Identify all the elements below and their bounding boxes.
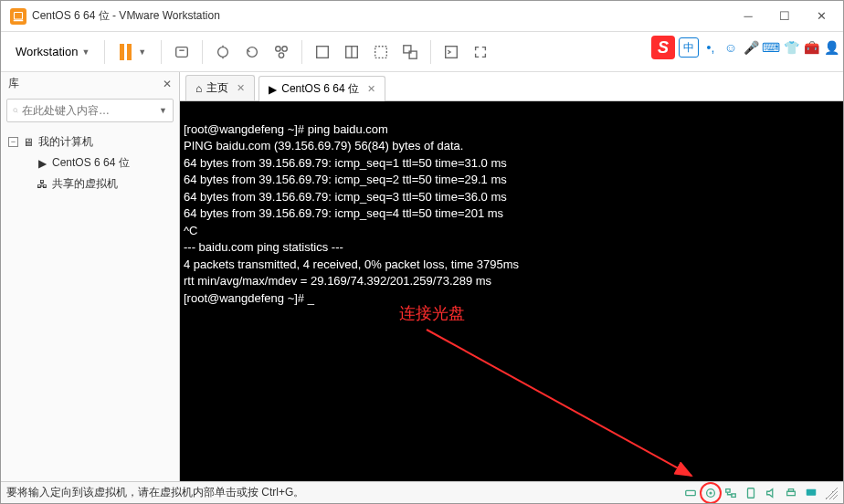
window-title: CentOS 6 64 位 - VMware Workstation: [32, 8, 220, 24]
tab-label: 主页: [206, 80, 228, 96]
ime-emoji-icon[interactable]: ☺: [723, 39, 739, 56]
library-sidebar: 库 ✕ ▼ − 🖥 我的计算机 ▶ CentOS 6 64 位 🖧 共享的虚拟机: [1, 72, 180, 481]
svg-point-4: [218, 47, 228, 57]
snapshot-manage-button[interactable]: [269, 39, 294, 65]
sound-icon[interactable]: [762, 484, 780, 502]
pause-icon: [120, 44, 124, 60]
svg-rect-23: [726, 488, 730, 492]
svg-point-21: [707, 488, 715, 497]
printer-icon[interactable]: [782, 484, 800, 502]
annotation-arrow: [417, 320, 710, 481]
ime-skin-icon[interactable]: 👕: [783, 39, 799, 56]
svg-rect-1: [14, 19, 24, 21]
svg-point-8: [280, 52, 284, 57]
tab-label: CentOS 6 64 位: [281, 81, 359, 97]
minimize-button[interactable]: ─: [730, 4, 766, 29]
sogou-ime-icon[interactable]: S: [651, 36, 675, 59]
resize-grip[interactable]: [825, 487, 838, 499]
ime-keyboard-icon[interactable]: ⌨: [763, 39, 779, 56]
console-button[interactable]: [438, 39, 464, 65]
terminal-line: 4 packets transmitted, 4 received, 0% pa…: [184, 257, 519, 271]
tab-close-icon[interactable]: ✕: [367, 83, 375, 95]
tab-home[interactable]: ⌂ 主页 ✕: [185, 75, 255, 100]
collapse-icon[interactable]: −: [8, 137, 18, 147]
computer-icon: 🖥: [22, 136, 35, 149]
shared-icon: 🖧: [36, 178, 48, 191]
ime-lang-button[interactable]: 中: [679, 37, 699, 58]
view-single-button[interactable]: [310, 39, 335, 65]
cd-drive-icon[interactable]: [702, 484, 720, 502]
chevron-down-icon: ▼: [81, 47, 90, 57]
svg-point-5: [248, 47, 258, 57]
tree-vm-centos[interactable]: ▶ CentOS 6 64 位: [5, 152, 175, 173]
tree-label: 共享的虚拟机: [52, 176, 118, 192]
status-bar: 要将输入定向到该虚拟机，请在虚拟机内部单击或按 Ctrl+G。: [1, 481, 843, 503]
svg-rect-12: [375, 46, 387, 58]
search-icon: [13, 104, 18, 117]
annotation-label: 连接光盘: [399, 302, 465, 324]
home-icon: ⌂: [195, 82, 202, 95]
svg-rect-25: [748, 488, 754, 498]
status-hint: 要将输入定向到该虚拟机，请在虚拟机内部单击或按 Ctrl+G。: [6, 485, 304, 500]
send-cad-button[interactable]: [169, 39, 195, 65]
sidebar-title: 库: [8, 76, 19, 91]
svg-rect-2: [176, 47, 188, 57]
ime-tool-icon[interactable]: 🧰: [803, 39, 819, 56]
tree-label: 我的计算机: [38, 134, 93, 150]
svg-line-17: [16, 111, 17, 112]
terminal-line: 64 bytes from 39.156.69.79: icmp_seq=4 t…: [184, 206, 503, 220]
tab-close-icon[interactable]: ✕: [237, 82, 245, 94]
chevron-down-icon: ▼: [138, 47, 146, 57]
view-split-button[interactable]: [339, 39, 364, 65]
network-icon[interactable]: [722, 484, 740, 502]
pause-icon: [127, 44, 132, 60]
hdd-icon[interactable]: [681, 484, 700, 502]
svg-point-7: [282, 46, 287, 50]
view-unity-button[interactable]: [397, 39, 423, 65]
fullscreen-button[interactable]: [468, 39, 493, 65]
svg-point-22: [710, 492, 712, 494]
terminal-line: rtt min/avg/max/mdev = 29.169/74.392/201…: [184, 274, 491, 288]
svg-rect-28: [807, 488, 817, 495]
snapshot-button[interactable]: [210, 39, 236, 65]
suspend-button[interactable]: ▼: [112, 44, 153, 60]
toolbar: Workstation ▼ ▼ S 中 •, ☺ 🎤 ⌨ 👕 🧰 👤: [1, 32, 843, 72]
ime-punct-icon[interactable]: •,: [702, 39, 719, 56]
ime-voice-icon[interactable]: 🎤: [743, 39, 759, 56]
workstation-menu-label: Workstation: [16, 45, 78, 58]
workstation-menu[interactable]: Workstation ▼: [8, 41, 97, 62]
tree-shared-vms[interactable]: 🖧 共享的虚拟机: [5, 173, 175, 194]
close-button[interactable]: ✕: [803, 4, 839, 29]
terminal-line: [root@wangdefeng ~]# _: [184, 291, 314, 305]
terminal-line: ^C: [184, 224, 198, 237]
vm-console[interactable]: [root@wangdefeng ~]# ping baidu.com PING…: [180, 101, 843, 481]
sidebar-search[interactable]: ▼: [6, 99, 174, 122]
terminal-line: 64 bytes from 39.156.69.79: icmp_seq=2 t…: [184, 173, 507, 186]
terminal-line: PING baidu.com (39.156.69.79) 56(84) byt…: [184, 139, 463, 152]
tab-vm-centos[interactable]: ▶ CentOS 6 64 位 ✕: [258, 76, 385, 101]
chevron-down-icon: ▼: [159, 106, 167, 115]
maximize-button[interactable]: ☐: [766, 4, 803, 29]
sidebar-close-icon[interactable]: ✕: [163, 78, 172, 90]
terminal-line: [root@wangdefeng ~]# ping baidu.com: [184, 122, 388, 136]
vmware-app-icon: [10, 8, 26, 25]
svg-point-6: [276, 46, 280, 50]
titlebar: CentOS 6 64 位 - VMware Workstation ─ ☐ ✕: [1, 1, 843, 32]
svg-line-19: [427, 330, 691, 476]
vm-icon: ▶: [269, 83, 277, 96]
display-icon[interactable]: [802, 484, 820, 502]
svg-rect-27: [788, 488, 793, 491]
terminal-line: 64 bytes from 39.156.69.79: icmp_seq=3 t…: [184, 190, 507, 204]
usb-icon[interactable]: [742, 484, 760, 502]
terminal-line: 64 bytes from 39.156.69.79: icmp_seq=1 t…: [184, 156, 507, 170]
tree-root-my-computer[interactable]: − 🖥 我的计算机: [5, 131, 175, 152]
ime-user-icon[interactable]: 👤: [823, 39, 839, 56]
svg-rect-0: [15, 12, 23, 19]
svg-point-16: [14, 109, 17, 112]
tab-bar: ⌂ 主页 ✕ ▶ CentOS 6 64 位 ✕: [180, 72, 843, 101]
snapshot-revert-button[interactable]: [239, 39, 265, 65]
svg-rect-9: [317, 46, 329, 58]
svg-rect-20: [686, 490, 696, 495]
view-fit-button[interactable]: [368, 39, 394, 65]
search-input[interactable]: [22, 104, 159, 117]
